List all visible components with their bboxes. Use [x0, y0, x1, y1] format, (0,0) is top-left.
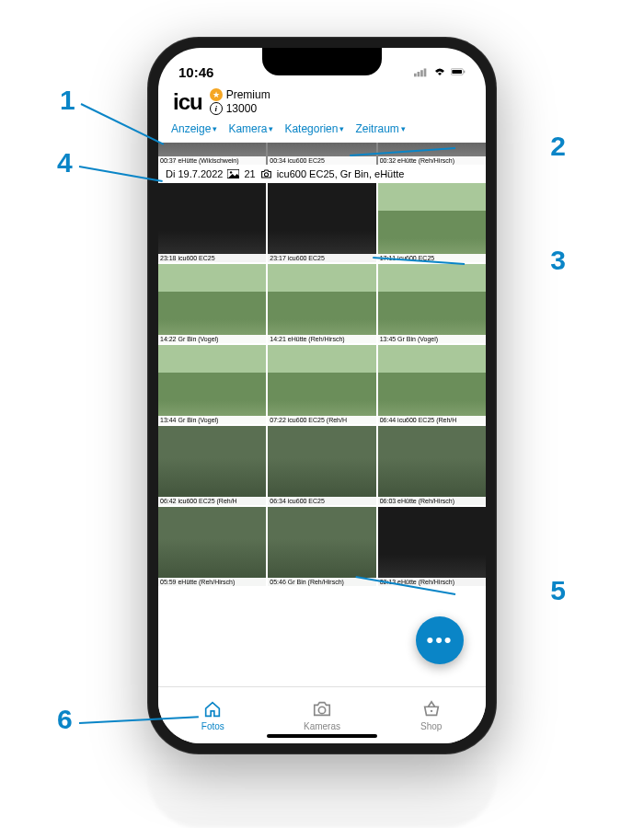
thumb-label: 00:37 eHütte (Wildschwein) — [158, 156, 266, 165]
photo-thumb[interactable]: 05:59 eHütte (Reh/Hirsch) — [158, 507, 266, 586]
thumb-label: 23:18 icu600 EC25 — [158, 254, 266, 262]
thumb-label: 06:34 icu600 EC25 — [268, 497, 375, 505]
thumb-image — [378, 507, 486, 586]
camera-icon — [311, 699, 333, 719]
thumb-label: 14:22 Gr Bin (Vogel) — [158, 335, 266, 343]
svg-rect-6 — [452, 70, 462, 74]
thumb-image — [158, 264, 266, 343]
filter-bar: Anzeige▾ Kamera▾ Kategorien▾ Zeitraum▾ — [158, 121, 486, 143]
svg-rect-0 — [414, 74, 417, 77]
thumb-image — [268, 183, 375, 262]
phone-reflection — [147, 754, 497, 828]
thumb-image — [378, 264, 486, 343]
phone-notch — [262, 48, 382, 75]
filter-anzeige[interactable]: Anzeige▾ — [167, 121, 221, 137]
svg-point-11 — [430, 710, 431, 712]
more-actions-fab[interactable]: ••• — [416, 616, 464, 664]
prev-day-strip: 00:37 eHütte (Wildschwein) 00:34 icu600 … — [158, 143, 486, 165]
photo-thumb[interactable]: 13:44 Gr Bin (Vogel) — [158, 345, 266, 424]
ellipsis-icon: ••• — [426, 628, 453, 652]
thumb-image — [268, 264, 375, 343]
thumb-label: 23:17 icu600 EC25 — [268, 254, 375, 262]
svg-rect-5 — [464, 71, 465, 74]
thumb-image — [378, 426, 486, 505]
photo-thumb[interactable]: 07:22 icu600 EC25 (Reh/H — [268, 345, 375, 424]
photo-thumb[interactable]: 14:22 Gr Bin (Vogel) — [158, 264, 266, 343]
thumb-image — [268, 426, 375, 505]
thumb-label: 14:21 eHütte (Reh/Hirsch) — [268, 335, 375, 343]
svg-point-9 — [264, 173, 268, 177]
svg-point-10 — [318, 707, 325, 713]
phone-screen: 10:46 icu ★ Premium i 13000 — [158, 48, 486, 743]
tab-label: Kameras — [304, 721, 340, 731]
date-text: Di 19.7.2022 — [166, 168, 223, 179]
photo-scroll[interactable]: 00:37 eHütte (Wildschwein) 00:34 icu600 … — [158, 143, 486, 686]
status-time: 10:46 — [178, 64, 213, 80]
thumb-image — [268, 507, 375, 586]
photo-thumb[interactable]: 06:03 eHütte (Reh/Hirsch) — [378, 426, 486, 505]
svg-rect-2 — [420, 70, 423, 76]
date-header: Di 19.7.2022 21 icu600 EC25, Gr Bin, eHü… — [158, 165, 486, 183]
basket-icon — [420, 699, 443, 719]
svg-point-8 — [230, 171, 232, 173]
callout-2: 2 — [550, 131, 566, 162]
thumb-image — [268, 345, 375, 424]
filter-zeitraum[interactable]: Zeitraum▾ — [351, 121, 408, 137]
photo-count: 21 — [244, 168, 255, 179]
strip-thumb[interactable]: 00:37 eHütte (Wildschwein) — [158, 143, 266, 165]
photo-thumb[interactable]: 23:17 icu600 EC25 — [268, 183, 375, 262]
star-icon: ★ — [210, 88, 223, 101]
thumb-label: 06:44 icu600 EC25 (Reh/H — [378, 416, 486, 424]
chevron-down-icon: ▾ — [213, 124, 217, 133]
camera-icon — [260, 169, 272, 178]
thumb-image — [378, 183, 486, 262]
photo-thumb[interactable]: 23:18 icu600 EC25 — [158, 183, 266, 262]
thumb-label: 13:44 Gr Bin (Vogel) — [158, 416, 266, 424]
chevron-down-icon: ▾ — [339, 124, 344, 133]
picture-icon — [227, 169, 239, 178]
thumb-image — [158, 183, 266, 262]
filter-kamera[interactable]: Kamera▾ — [224, 121, 277, 137]
thumb-image — [158, 507, 266, 586]
phone-frame: 10:46 icu ★ Premium i 13000 — [147, 37, 497, 754]
tab-fotos[interactable]: Fotos — [158, 687, 268, 743]
wifi-icon — [432, 66, 447, 77]
chevron-down-icon: ▾ — [401, 124, 406, 133]
thumb-label: 13:45 Gr Bin (Vogel) — [378, 335, 486, 343]
thumb-label: 07:22 icu600 EC25 (Reh/H — [268, 416, 375, 424]
photo-grid: 23:18 icu600 EC2523:17 icu600 EC2517:11 … — [158, 183, 486, 586]
camera-list: icu600 EC25, Gr Bin, eHütte — [277, 168, 405, 179]
photo-thumb[interactable]: 17:11 icu600 EC25 — [378, 183, 486, 262]
info-icon: i — [210, 102, 223, 115]
callout-6: 6 — [57, 704, 73, 735]
thumb-label: 05:59 eHütte (Reh/Hirsch) — [158, 578, 266, 586]
tab-label: Fotos — [201, 721, 224, 731]
credits-value: 13000 — [226, 102, 257, 115]
thumb-image — [158, 426, 266, 505]
app-logo: icu — [173, 89, 202, 115]
thumb-label: 05:46 Gr Bin (Reh/Hirsch) — [268, 578, 375, 586]
photo-thumb[interactable]: 06:34 icu600 EC25 — [268, 426, 375, 505]
photo-thumb[interactable]: 02:13 eHütte (Reh/Hirsch) — [378, 507, 486, 586]
photo-thumb[interactable]: 13:45 Gr Bin (Vogel) — [378, 264, 486, 343]
callout-4: 4 — [57, 147, 73, 178]
svg-rect-3 — [424, 68, 427, 76]
thumb-label: 06:03 eHütte (Reh/Hirsch) — [378, 497, 486, 505]
photo-thumb[interactable]: 06:44 icu600 EC25 (Reh/H — [378, 345, 486, 424]
battery-icon — [451, 66, 466, 77]
strip-thumb[interactable]: 00:32 eHütte (Reh/Hirsch) — [378, 143, 486, 165]
svg-rect-1 — [418, 72, 420, 76]
tab-label: Shop — [420, 721, 442, 731]
photo-thumb[interactable]: 14:21 eHütte (Reh/Hirsch) — [268, 264, 375, 343]
tier-label: Premium — [226, 88, 270, 101]
home-indicator[interactable] — [267, 734, 377, 738]
thumb-label: 00:34 icu600 EC25 — [268, 156, 375, 165]
cellular-icon — [414, 66, 429, 77]
callout-3: 3 — [550, 245, 566, 276]
tab-shop[interactable]: Shop — [376, 687, 486, 743]
photo-thumb[interactable]: 05:46 Gr Bin (Reh/Hirsch) — [268, 507, 375, 586]
photo-thumb[interactable]: 06:42 icu600 EC25 (Reh/H — [158, 426, 266, 505]
thumb-image — [158, 345, 266, 424]
filter-kategorien[interactable]: Kategorien▾ — [281, 121, 348, 137]
thumb-label: 06:42 icu600 EC25 (Reh/H — [158, 497, 266, 505]
